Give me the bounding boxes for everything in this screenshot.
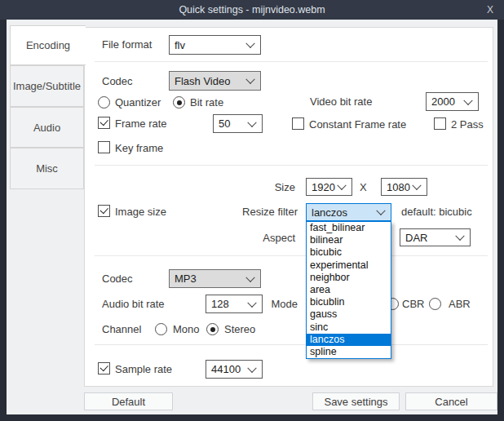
close-icon[interactable]: X <box>481 0 499 20</box>
video-bitrate-value: 2000 <box>431 95 455 108</box>
quantizer-label: Quantizer <box>115 96 161 109</box>
quick-settings-dialog: Quick settings - mijnvideo.webm X Encodi… <box>0 0 504 421</box>
audio-bitrate-select[interactable]: 128 <box>206 295 263 313</box>
chevron-down-icon <box>412 181 421 190</box>
separator <box>95 61 488 62</box>
two-pass-label: 2 Pass <box>451 118 484 131</box>
video-bitrate-select[interactable]: 2000 <box>426 92 479 111</box>
chevron-down-icon <box>455 232 464 241</box>
chevron-down-icon <box>247 117 256 126</box>
chevron-down-icon <box>245 273 254 281</box>
separator <box>95 165 488 166</box>
size-x-label: X <box>360 181 367 193</box>
chevron-down-icon <box>247 298 256 307</box>
size-width-select[interactable]: 1920 <box>306 178 352 196</box>
tab-image-subtitle[interactable]: Image/Subtitle <box>10 65 84 107</box>
resize-filter-default-label: default: bicubic <box>401 206 472 218</box>
audio-codec-select[interactable]: MP3 <box>169 269 261 288</box>
audio-bitrate-label: Audio bit rate <box>102 298 165 310</box>
video-codec-value: Flash Video <box>175 75 230 87</box>
dropdown-option-lanczos[interactable]: lanczos <box>307 334 391 346</box>
dropdown-option-bicubic[interactable]: bicubic <box>307 246 391 259</box>
stereo-label: Stereo <box>224 323 255 335</box>
dropdown-option-spline[interactable]: spline <box>307 346 391 358</box>
bitrate-label: Bit rate <box>190 96 223 109</box>
save-settings-button[interactable]: Save settings <box>312 392 400 410</box>
dropdown-option-sinc[interactable]: sinc <box>307 321 391 334</box>
channel-stereo-radio[interactable] <box>206 323 219 335</box>
chevron-down-icon <box>337 181 346 190</box>
frame-rate-label: Frame rate <box>115 117 167 130</box>
channel-mono-radio[interactable] <box>155 323 167 335</box>
size-height-value: 1080 <box>387 181 410 193</box>
dropdown-option-area[interactable]: area <box>307 284 391 296</box>
video-bitrate-label: Video bit rate <box>310 95 372 108</box>
aspect-select[interactable]: DAR <box>400 228 471 246</box>
chevron-down-icon <box>245 39 254 48</box>
separator <box>95 255 488 256</box>
constant-frame-rate-label: Constant Frame rate <box>309 118 406 131</box>
dropdown-option-fast_bilinear[interactable]: fast_bilinear <box>307 222 391 234</box>
resize-filter-value: lanczos <box>312 206 347 219</box>
resize-filter-select[interactable]: lanczos <box>306 203 391 221</box>
chevron-down-icon <box>247 363 256 372</box>
separator <box>95 344 488 345</box>
key-frame-checkbox[interactable] <box>98 141 110 153</box>
video-codec-label: Codec <box>102 75 133 87</box>
cancel-button[interactable]: Cancel <box>405 392 497 410</box>
sample-rate-label: Sample rate <box>115 363 172 375</box>
aspect-label: Aspect <box>263 232 295 244</box>
quantizer-radio[interactable] <box>98 96 110 109</box>
dropdown-option-bicublin[interactable]: bicublin <box>307 296 391 308</box>
constant-frame-rate-checkbox[interactable] <box>292 117 304 130</box>
abr-label: ABR <box>449 298 471 310</box>
sample-rate-checkbox[interactable] <box>98 362 110 374</box>
mode-abr-radio[interactable] <box>429 298 441 310</box>
file-format-label: File format <box>102 38 152 51</box>
file-format-value: flv <box>175 39 185 51</box>
channel-label: Channel <box>102 323 141 335</box>
frame-rate-checkbox[interactable] <box>98 117 110 129</box>
tab-misc[interactable]: Misc <box>10 148 84 189</box>
video-codec-select[interactable]: Flash Video <box>169 71 261 91</box>
audio-codec-label: Codec <box>102 273 133 285</box>
dropdown-option-neighbor[interactable]: neighbor <box>307 272 391 284</box>
key-frame-label: Key frame <box>115 142 163 154</box>
aspect-value: DAR <box>405 232 427 244</box>
frame-rate-value: 50 <box>219 117 230 130</box>
chevron-down-icon <box>245 75 254 84</box>
dropdown-option-gauss[interactable]: gauss <box>307 308 391 321</box>
size-width-value: 1920 <box>312 181 335 193</box>
two-pass-checkbox[interactable] <box>434 117 446 130</box>
cbr-label: CBR <box>402 298 424 310</box>
bitrate-radio[interactable] <box>173 96 185 109</box>
tab-audio[interactable]: Audio <box>10 107 84 148</box>
size-label: Size <box>275 181 295 193</box>
image-size-label: Image size <box>115 206 166 218</box>
tab-encoding[interactable]: Encoding <box>10 25 86 65</box>
sample-rate-value: 44100 <box>211 363 241 375</box>
sample-rate-select[interactable]: 44100 <box>206 360 263 379</box>
resize-filter-label: Resize filter <box>242 206 298 218</box>
mono-label: Mono <box>173 323 200 335</box>
audio-codec-value: MP3 <box>175 273 197 285</box>
dropdown-option-experimental[interactable]: experimental <box>307 259 391 272</box>
file-format-select[interactable]: flv <box>169 35 261 55</box>
size-height-select[interactable]: 1080 <box>381 178 427 196</box>
image-size-checkbox[interactable] <box>98 205 110 217</box>
titlebar: Quick settings - mijnvideo.webm X <box>0 0 504 20</box>
resize-filter-dropdown: fast_bilinearbilinearbicubicexperimental… <box>306 221 391 359</box>
chevron-down-icon <box>463 95 472 104</box>
default-button[interactable]: Default <box>84 392 173 410</box>
audio-bitrate-value: 128 <box>211 298 229 310</box>
chevron-down-icon <box>376 206 385 215</box>
mode-label: Mode <box>271 298 298 310</box>
frame-rate-select[interactable]: 50 <box>213 114 263 133</box>
window-title: Quick settings - mijnvideo.webm <box>179 4 325 16</box>
dropdown-option-bilinear[interactable]: bilinear <box>307 234 391 246</box>
